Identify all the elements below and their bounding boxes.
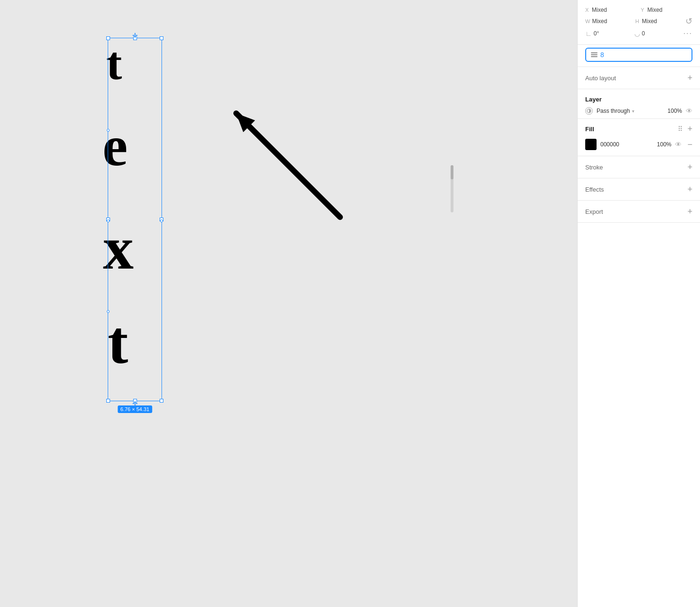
active-input-box[interactable]: 8 xyxy=(585,48,692,62)
corner-icon: ◡ xyxy=(634,30,640,37)
handle-bm[interactable] xyxy=(133,399,137,403)
fill-remove-icon[interactable]: − xyxy=(687,140,692,150)
x-value: Mixed xyxy=(592,7,607,13)
w-prop: W Mixed xyxy=(585,18,632,25)
lines-icon xyxy=(591,52,598,57)
spacing-input[interactable]: 8 xyxy=(600,51,619,59)
blend-mode-container[interactable]: Pass through ▾ xyxy=(597,108,661,114)
h-value: Mixed xyxy=(642,18,657,25)
scrollbar-track[interactable] xyxy=(451,165,453,212)
fill-header-icons: ⠿ + xyxy=(678,125,692,133)
export-section[interactable]: Export + xyxy=(578,201,700,223)
layer-label: Layer xyxy=(585,96,602,103)
blend-mode-label: Pass through xyxy=(597,108,630,114)
rotate-row: ∟ 0° ◡ 0 ··· xyxy=(585,29,692,38)
right-panel: X Mixed Y Mixed W Mixed H Mixed ↺ ∟ 0° xyxy=(577,0,700,607)
effects-section[interactable]: Effects + xyxy=(578,178,700,201)
fill-color-hex: 000000 xyxy=(600,141,653,148)
corner-prop: ◡ 0 xyxy=(634,30,680,37)
size-label: 6.76 × 54.31 xyxy=(118,405,152,413)
auto-layout-add-icon[interactable]: + xyxy=(687,74,692,82)
wh-row: W Mixed H Mixed ↺ xyxy=(585,16,692,26)
fill-opacity: 100% xyxy=(657,141,672,148)
export-add-icon[interactable]: + xyxy=(687,207,692,216)
scrollbar-thumb[interactable] xyxy=(451,165,453,179)
fill-section: Fill ⠿ + 000000 100% 👁 − xyxy=(578,119,700,156)
handle-br[interactable] xyxy=(160,399,163,403)
fill-color-swatch[interactable] xyxy=(585,139,597,150)
opacity-value: 100% xyxy=(665,108,682,114)
auto-layout-label: Auto layout xyxy=(585,75,616,82)
fill-row: 000000 100% 👁 − xyxy=(578,137,700,156)
x-label: X xyxy=(585,7,590,13)
fill-grid-icon[interactable]: ⠿ xyxy=(678,125,683,133)
layer-row: Pass through ▾ 100% 👁 xyxy=(578,103,700,119)
handle-tr[interactable] xyxy=(160,36,163,40)
transform-properties: X Mixed Y Mixed W Mixed H Mixed ↺ ∟ 0° xyxy=(578,0,700,45)
canvas-char-e: e xyxy=(102,118,128,175)
effects-add-icon[interactable]: + xyxy=(687,185,692,194)
x-prop: X Mixed xyxy=(585,7,637,13)
more-button[interactable]: ··· xyxy=(683,29,692,38)
visibility-toggle[interactable]: 👁 xyxy=(686,107,692,115)
layer-section-header: Layer xyxy=(578,89,700,103)
move-icon-bottom: ✛ xyxy=(132,400,138,407)
y-value: Mixed xyxy=(648,7,663,13)
canvas-char-t2: t xyxy=(108,312,128,373)
h-prop: H Mixed xyxy=(635,18,682,25)
arrow-annotation xyxy=(203,94,354,227)
svg-marker-0 xyxy=(236,113,255,132)
export-label: Export xyxy=(585,208,603,215)
y-label: Y xyxy=(641,7,646,13)
effects-label: Effects xyxy=(585,186,604,193)
fill-label: Fill xyxy=(585,126,594,133)
angle-icon: ∟ xyxy=(585,30,592,37)
corner-value: 0 xyxy=(642,30,645,37)
w-value: Mixed xyxy=(592,18,607,25)
canvas-char-x: x xyxy=(103,217,134,278)
constraint-toggle[interactable]: ↺ xyxy=(685,16,692,26)
fill-add-icon[interactable]: + xyxy=(687,125,692,133)
angle-value: 0° xyxy=(594,30,599,37)
y-prop: Y Mixed xyxy=(641,7,693,13)
fill-visibility-toggle[interactable]: 👁 xyxy=(675,141,682,148)
stroke-add-icon[interactable]: + xyxy=(687,163,692,171)
angle-prop: ∟ 0° xyxy=(585,30,631,37)
handle-tm[interactable] xyxy=(133,36,137,40)
w-label: W xyxy=(585,18,590,24)
active-input-section: 8 xyxy=(578,45,700,67)
blend-mode-chevron: ▾ xyxy=(632,109,634,114)
fill-header: Fill ⠿ + xyxy=(578,119,700,137)
blend-mode-icon xyxy=(585,107,593,115)
handle-mr[interactable] xyxy=(160,218,163,221)
auto-layout-section[interactable]: Auto layout + xyxy=(578,67,700,89)
center-dot-4 xyxy=(160,219,163,222)
canvas-char-t1: t xyxy=(106,40,122,87)
handle-bl[interactable] xyxy=(106,399,110,403)
h-label: H xyxy=(635,18,640,24)
move-icon-top: ✛ xyxy=(132,32,138,39)
stroke-section[interactable]: Stroke + xyxy=(578,156,700,178)
xy-row: X Mixed Y Mixed xyxy=(585,7,692,13)
canvas: t e x t ✛ ✛ 6.76 × 54.31 xyxy=(0,0,577,607)
stroke-label: Stroke xyxy=(585,164,603,171)
